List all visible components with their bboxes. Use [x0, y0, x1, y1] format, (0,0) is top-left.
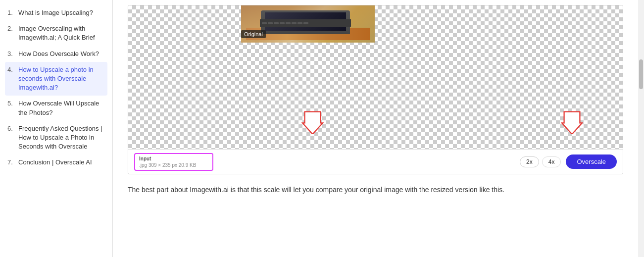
main-content: Original Input .jpg 309 × 235 px 20.9 KB [113, 0, 638, 257]
keyboard [260, 19, 351, 27]
sidebar-item-6-label: Frequently Asked Questions | How to Upsc… [18, 124, 105, 152]
sidebar-item-7-num: 7. [7, 158, 15, 167]
scrollbar-thumb[interactable] [639, 59, 643, 89]
sidebar-nav: 1. What is Image Upscaling? 2. Image Ove… [0, 5, 112, 170]
sidebar-item-3-label: How Does Overscale Work? [18, 50, 99, 58]
svg-marker-0 [302, 112, 323, 134]
scale-buttons: 2x 4x [520, 156, 561, 167]
sidebar-item-1-label: What is Image Upscaling? [18, 8, 93, 17]
arrow-down-left [301, 109, 324, 134]
sidebar-item-2-num: 2. [7, 24, 15, 33]
scale-2x-button[interactable]: 2x [520, 156, 539, 167]
key [262, 22, 267, 24]
sidebar-item-3[interactable]: 3. How Does Overscale Work? [5, 46, 107, 62]
key [280, 22, 285, 24]
sidebar-item-3-num: 3. [7, 50, 15, 58]
scrollbar-track[interactable] [638, 0, 644, 257]
sidebar-item-5-label: How Overscale Will Upscale the Photos? [18, 99, 105, 117]
input-file-box: Input .jpg 309 × 235 px 20.9 KB [134, 153, 213, 171]
key [286, 22, 291, 24]
sidebar-item-1[interactable]: 1. What is Image Upscaling? [5, 5, 107, 21]
key [297, 22, 302, 24]
sidebar-item-4-num: 4. [7, 65, 15, 74]
overscale-button[interactable]: Overscale [566, 154, 617, 169]
sidebar-item-1-num: 1. [7, 8, 15, 17]
arrow-down-right [561, 109, 583, 134]
body-text: The best part about Imagewith.ai is that… [128, 184, 623, 195]
key [274, 22, 279, 24]
checker-background: Original [128, 5, 623, 174]
sidebar-item-7[interactable]: 7. Conclusion | Overscale AI [5, 154, 107, 170]
sidebar-item-5-num: 5. [7, 99, 15, 108]
body-paragraph: The best part about Imagewith.ai is that… [128, 184, 623, 195]
sidebar-item-4-label: How to Upscale a photo in seconds with O… [18, 65, 105, 93]
sidebar-item-5[interactable]: 5. How Overscale Will Upscale the Photos… [5, 96, 107, 120]
scale-4x-button[interactable]: 4x [542, 156, 561, 167]
input-details: .jpg 309 × 235 px 20.9 KB [139, 162, 208, 168]
sidebar-item-7-label: Conclusion | Overscale AI [18, 158, 92, 167]
svg-marker-1 [562, 112, 582, 134]
key [268, 22, 273, 24]
original-badge: Original [241, 30, 266, 38]
sidebar-item-6-num: 6. [7, 124, 15, 133]
sidebar-item-6[interactable]: 6. Frequently Asked Questions | How to U… [5, 121, 107, 155]
key [303, 22, 308, 24]
image-toolbar: Input .jpg 309 × 235 px 20.9 KB 2x 4x Ov… [128, 149, 623, 174]
key [292, 22, 297, 24]
sidebar: 1. What is Image Upscaling? 2. Image Ove… [0, 0, 113, 257]
input-label: Input [139, 156, 208, 161]
image-container: Original Input .jpg 309 × 235 px 20.9 KB [128, 5, 623, 174]
sidebar-item-2-label: Image Overscaling with Imagewith.ai; A Q… [18, 24, 105, 42]
sidebar-item-2[interactable]: 2. Image Overscaling with Imagewith.ai; … [5, 21, 107, 46]
sidebar-item-4[interactable]: 4. How to Upscale a photo in seconds wit… [5, 62, 107, 96]
